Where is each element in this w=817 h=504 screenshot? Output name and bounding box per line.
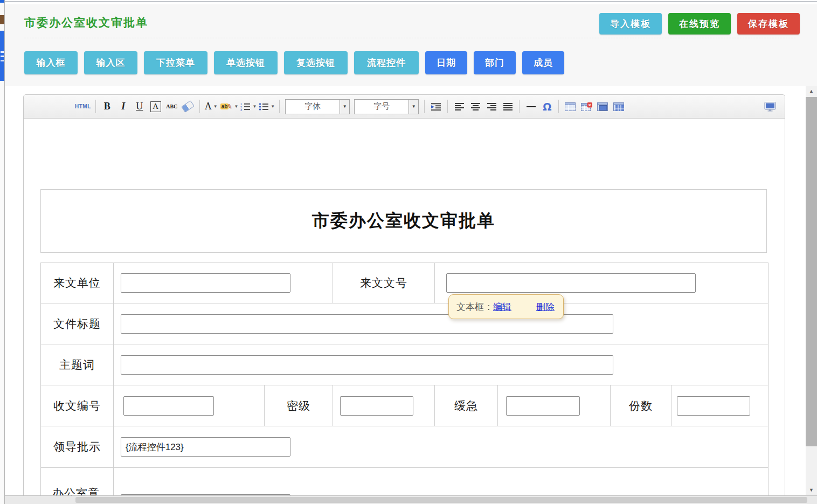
save-template-button[interactable]: 保存模板 (737, 13, 800, 34)
add-flow-control-button[interactable]: 流程控件 (354, 51, 419, 74)
vertical-scrollbar-thumb[interactable] (806, 97, 817, 446)
delete-table-button[interactable]: × (579, 99, 593, 114)
boxed-a-icon: A (150, 101, 161, 112)
dashed-separator (24, 38, 795, 38)
insert-table-button[interactable] (563, 99, 577, 114)
justify-icon (503, 103, 513, 111)
bold-button[interactable]: B (100, 99, 114, 114)
vertical-scrollbar[interactable]: ▲ ▼ (806, 86, 817, 495)
add-radio-button[interactable]: 单选按钮 (214, 51, 278, 74)
font-color-icon: A (205, 101, 212, 112)
rich-text-editor: HTML B I U A ABC A▼ ab✎▼ 123 ▼ ▼ 字体 ▼ 字号… (23, 94, 785, 504)
table-properties-icon (597, 102, 608, 111)
form-title: 市委办公室收文审批单 (312, 209, 495, 233)
horizontal-rule-button[interactable] (524, 99, 538, 114)
horizontal-scrollbar[interactable] (4, 495, 817, 504)
add-input-box-button[interactable]: 输入框 (24, 51, 78, 74)
bold-icon: B (104, 101, 110, 112)
receipt-number-input[interactable] (123, 396, 214, 416)
chevron-down-icon: ▼ (234, 104, 239, 109)
toolbar-separator (95, 100, 96, 113)
cell-properties-button[interactable] (612, 99, 626, 114)
remove-format-button[interactable] (181, 99, 195, 114)
delete-link[interactable]: 删除 (536, 301, 555, 313)
font-family-select[interactable]: 字体 ▼ (285, 99, 350, 114)
strikethrough-button[interactable]: ABC (165, 99, 179, 114)
align-left-button[interactable] (452, 99, 466, 114)
cell-document-title (114, 303, 768, 344)
cell-incoming-unit (114, 263, 333, 303)
label-incoming-unit: 来文单位 (41, 263, 114, 303)
copies-input[interactable] (677, 396, 750, 416)
horizontal-rule-icon (527, 106, 536, 107)
unordered-list-icon (259, 102, 269, 111)
label-document-title: 文件标题 (41, 303, 114, 344)
indent-button[interactable] (429, 99, 443, 114)
delete-table-icon: × (581, 102, 592, 111)
font-color-button[interactable]: A▼ (204, 99, 218, 114)
table-row: 领导批示 (41, 426, 768, 468)
control-buttons-row: 输入框 输入区 下拉菜单 单选按钮 复选按钮 流程控件 日期 部门 成员 (24, 51, 564, 74)
label-security-level: 密级 (265, 385, 333, 426)
toolbar-separator (558, 100, 559, 113)
add-date-button[interactable]: 日期 (425, 51, 467, 74)
toolbar-separator (279, 100, 280, 113)
tooltip-label: 文本框： (456, 301, 493, 313)
svg-text:3: 3 (240, 108, 242, 111)
label-copies: 份数 (611, 385, 671, 426)
unordered-list-button[interactable]: ▼ (259, 99, 275, 114)
font-size-select[interactable]: 字号 ▼ (354, 99, 419, 114)
add-member-button[interactable]: 成员 (522, 51, 564, 74)
fullscreen-monitor-icon (764, 102, 776, 112)
quick-format-button[interactable]: A (149, 99, 163, 114)
header-actions: 导入模板 在线预览 保存模板 (599, 13, 800, 34)
chevron-down-icon: ▼ (252, 104, 257, 109)
label-incoming-doc-number: 来文文号 (333, 263, 435, 303)
align-center-button[interactable] (468, 99, 482, 114)
ordered-list-button[interactable]: 123 ▼ (240, 99, 257, 114)
online-preview-button[interactable]: 在线预览 (668, 13, 731, 34)
special-char-button[interactable]: Ω (540, 99, 554, 114)
left-edge-window-sliver (0, 0, 5, 504)
horizontal-scrollbar-thumb[interactable] (75, 497, 807, 503)
subject-words-input[interactable] (121, 355, 613, 375)
edit-link[interactable]: 编辑 (493, 301, 511, 313)
table-row: 来文单位 来文文号 (41, 263, 768, 303)
italic-button[interactable]: I (116, 99, 130, 114)
table-row: 主题词 (41, 344, 768, 385)
highlight-color-button[interactable]: ab✎▼ (220, 99, 239, 114)
fullscreen-button[interactable] (763, 99, 777, 114)
cell-security-level (333, 385, 435, 426)
security-level-input[interactable] (340, 396, 413, 416)
top-window-edge (4, 0, 817, 4)
editor-document[interactable]: 市委办公室收文审批单 来文单位 来文文号 文件标题 主题词 收文编 (24, 189, 785, 504)
incoming-doc-number-input[interactable] (446, 273, 696, 293)
cell-properties-icon (613, 102, 624, 111)
add-textarea-button[interactable]: 输入区 (84, 51, 137, 74)
urgency-input[interactable] (506, 396, 580, 416)
toolbar-separator (519, 100, 520, 113)
add-checkbox-button[interactable]: 复选按钮 (284, 51, 348, 74)
svg-text:×: × (588, 102, 591, 108)
justify-button[interactable] (501, 99, 515, 114)
table-row: 文件标题 (41, 303, 768, 344)
toolbar-separator (447, 100, 448, 113)
table-properties-button[interactable] (596, 99, 610, 114)
align-left-icon (455, 103, 464, 111)
scroll-up-arrow-icon[interactable]: ▲ (806, 86, 817, 96)
add-department-button[interactable]: 部门 (474, 51, 516, 74)
leader-instructions-input[interactable] (121, 437, 290, 457)
html-source-button[interactable]: HTML (75, 99, 91, 114)
scroll-down-arrow-icon[interactable]: ▼ (806, 485, 817, 495)
incoming-unit-input[interactable] (121, 273, 290, 293)
cell-receipt-number (114, 385, 265, 426)
cell-leader-instructions (114, 426, 768, 468)
import-template-button[interactable]: 导入模板 (599, 13, 662, 34)
align-right-button[interactable] (484, 99, 498, 114)
label-subject-words: 主题词 (41, 344, 114, 385)
add-dropdown-button[interactable]: 下拉菜单 (144, 51, 207, 74)
label-receipt-number: 收文编号 (41, 385, 114, 426)
chevron-down-icon: ▼ (340, 100, 349, 114)
underline-button[interactable]: U (133, 99, 147, 114)
html-source-icon: HTML (75, 103, 91, 109)
